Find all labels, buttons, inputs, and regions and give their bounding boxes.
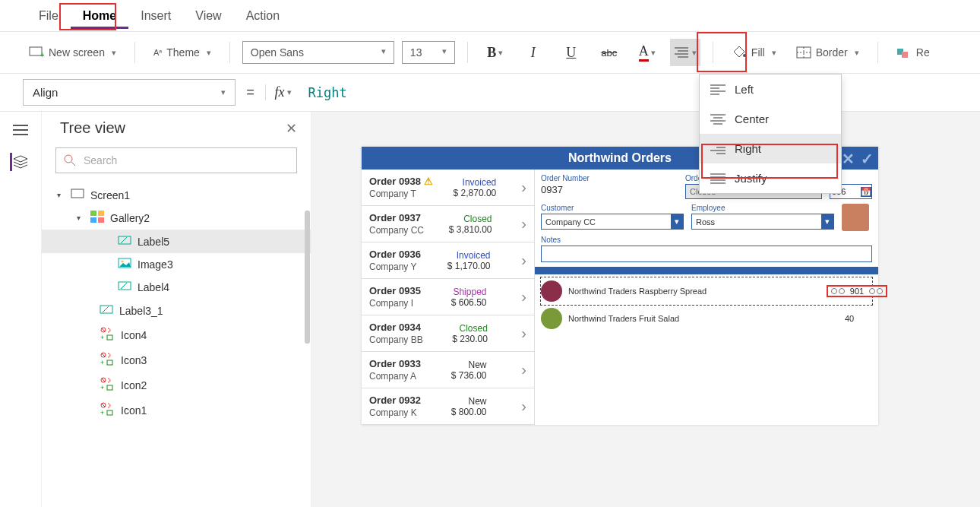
expand-icon[interactable]: ▾ [77,214,84,222]
tree-node-icon4[interactable]: +Icon4 [42,322,311,347]
chevron-right-icon[interactable]: › [517,215,526,233]
tree-node-label: Icon1 [121,404,147,417]
tree-node-label: Label4 [138,281,169,293]
product-list: Northwind Traders Raspberry Spread901Nor… [541,277,872,332]
screen-icon [71,189,84,201]
accept-icon[interactable]: ✓ [861,150,874,168]
font-color-button[interactable]: A▾ [632,39,662,66]
tree-search-input[interactable]: Search [55,147,297,173]
tree-node-label5[interactable]: Label5 [42,230,311,253]
tree-node-icon3[interactable]: +Icon3 [42,347,311,372]
employee-field[interactable]: Ross▾ [691,214,834,230]
order-row[interactable]: Order 0934Company BBClosed$ 230.00› [362,315,534,352]
chevron-right-icon[interactable]: › [517,179,526,196]
employee-label: Employee [691,204,834,212]
order-number: Order 0934 [369,322,423,333]
tree: ▾Screen1▾Gallery2Label5Image3Label4Label… [42,179,311,507]
align-center-item[interactable]: Center [700,104,841,134]
theme-label: Theme [166,46,200,59]
order-row[interactable]: Order 0938 ⚠Company TInvoiced$ 2,870.00› [362,170,534,206]
svg-point-6 [743,54,746,57]
menu-view[interactable]: View [183,3,233,29]
chevron-down-icon: ▾ [671,214,683,229]
divider-bar [535,267,878,274]
hamburger-button[interactable] [10,121,31,139]
search-placeholder: Search [84,154,117,166]
menu-home[interactable]: Home [71,3,128,29]
new-screen-button[interactable]: + New screen▾ [23,43,122,62]
cancel-icon[interactable]: ✕ [842,150,855,168]
scrollbar-thumb[interactable] [305,211,310,344]
chevron-right-icon[interactable]: › [517,361,526,379]
chevron-right-icon[interactable]: › [517,288,526,306]
company-name: Company BB [369,334,423,345]
align-justify-item[interactable]: Justify [700,163,841,193]
chevron-right-icon[interactable]: › [517,252,526,269]
underline-button[interactable]: U [556,39,586,66]
menu-insert[interactable]: Insert [128,3,183,29]
new-screen-label: New screen [49,46,105,59]
expand-icon[interactable]: ▾ [57,191,65,199]
theme-button[interactable]: Aᵃ Theme▾ [147,43,217,62]
bold-button[interactable]: B▾ [480,39,511,66]
tree-node-gallery2[interactable]: ▾Gallery2 [42,206,311,230]
formula-input[interactable]: Right [301,85,347,100]
tree-view-tab[interactable] [10,153,31,171]
order-number-value: 0937 [541,184,678,195]
svg-text:+: + [100,384,104,391]
svg-rect-17 [71,189,84,198]
svg-rect-28 [100,306,112,313]
align-button[interactable]: ▾ [670,39,700,66]
tree-node-icon2[interactable]: +Icon2 [42,372,311,398]
reorder-button[interactable]: Re [890,43,936,62]
align-center-label: Center [735,112,769,125]
fill-button[interactable]: Fill▾ [726,43,782,62]
order-amount: $ 230.00 [452,334,488,344]
close-icon[interactable]: ✕ [286,120,297,137]
svg-rect-11 [902,52,908,58]
tree-node-screen1[interactable]: ▾Screen1 [42,184,311,206]
font-select[interactable]: Open Sans▾ [242,41,394,64]
order-row[interactable]: Order 0936Company YInvoiced$ 1,170.00› [362,242,534,279]
product-row[interactable]: Northwind Traders Fruit Salad40 [541,305,872,332]
order-status: Shipped [451,287,487,297]
property-name: Align [33,86,58,99]
italic-button[interactable]: I [518,39,548,66]
tree-node-icon1[interactable]: +Icon1 [42,398,311,423]
align-left-label: Left [735,83,754,96]
align-dropdown: Left Center Right Justify [699,74,842,194]
fill-label: Fill [751,46,765,59]
align-right-item[interactable]: Right [700,134,841,163]
order-row[interactable]: Order 0933Company ANew$ 736.00› [362,352,534,388]
icons-icon: + [100,352,115,368]
chevron-down-icon[interactable]: ▾ [287,87,292,97]
chevron-right-icon[interactable]: › [517,398,526,415]
product-row[interactable]: Northwind Traders Raspberry Spread901 [541,277,872,305]
svg-text:+: + [100,409,104,416]
menu-file[interactable]: File [27,3,71,29]
order-row[interactable]: Order 0935Company IShipped$ 606.50› [362,279,534,315]
notes-field[interactable] [541,246,872,262]
align-left-item[interactable]: Left [700,74,841,104]
equals-sign: = [236,84,265,100]
company-name: Company T [369,189,433,199]
align-justify-label: Justify [735,172,767,185]
menu-action[interactable]: Action [234,3,292,29]
order-number: Order 0936 [369,249,421,260]
tree-node-label3_1[interactable]: Label3_1 [42,299,311,322]
chevron-right-icon[interactable]: › [517,325,526,342]
order-row[interactable]: Order 0932Company KNew$ 800.00› [362,388,534,425]
customer-field[interactable]: Company CC▾ [541,214,684,230]
strikethrough-button[interactable]: abc [594,39,624,66]
employee-photo [842,204,869,231]
tree-node-label4[interactable]: Label4 [42,275,311,299]
tree-node-image3[interactable]: Image3 [42,253,311,275]
font-size-select[interactable]: 13▾ [402,41,455,64]
border-button[interactable]: Border▾ [790,43,865,62]
property-select[interactable]: Align ▾ [23,79,236,106]
chevron-down-icon: ▾ [112,48,116,58]
icons-icon: + [100,327,115,343]
order-row[interactable]: Order 0937Company CCClosed$ 3,810.00› [362,206,534,242]
chevron-down-icon: ▾ [692,48,697,58]
qty-selected[interactable]: 901 [827,285,887,297]
